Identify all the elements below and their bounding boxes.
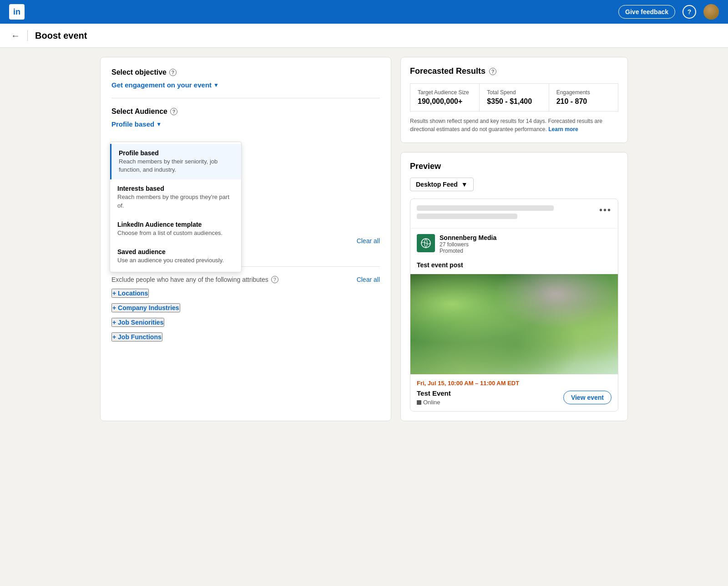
preview-title: Preview xyxy=(410,162,618,171)
dropdown-item-saved-desc: Use an audience you created previously. xyxy=(117,256,234,265)
event-footer-row: Test Event Online View event xyxy=(417,389,612,406)
left-panel: Select objective ? Get engagement on you… xyxy=(100,57,391,421)
dropdown-item-template[interactable]: LinkedIn Audience template Choose from a… xyxy=(110,215,241,243)
metric-spend-value: $350 - $1,400 xyxy=(487,97,541,106)
dropdown-item-template-title: LinkedIn Audience template xyxy=(117,221,234,228)
feed-caret-icon: ▼ xyxy=(461,181,468,188)
placeholder-line-1 xyxy=(417,205,554,211)
forecasted-results-card: Forecasted Results ? Target Audience Siz… xyxy=(400,57,628,143)
event-location: Online xyxy=(417,399,451,406)
placeholder-lines xyxy=(417,205,599,222)
section-divider-1 xyxy=(111,98,380,98)
help-icon[interactable]: ? xyxy=(682,5,696,19)
company-logo xyxy=(417,234,435,252)
avatar-image xyxy=(703,4,719,20)
page-title: Boost event xyxy=(35,31,87,41)
objective-label: Select objective ? xyxy=(111,68,380,76)
preview-card: Preview Desktop Feed ▼ ••• xyxy=(400,152,628,421)
post-footer: Fri, Jul 15, 10:00 AM – 11:00 AM EDT Tes… xyxy=(410,374,618,411)
event-info: Test Event Online xyxy=(417,389,451,406)
objective-dropdown[interactable]: Get engagement on your event ▼ xyxy=(111,81,219,89)
metric-engagements-value: 210 - 870 xyxy=(556,97,611,106)
placeholder-line-2 xyxy=(417,214,517,219)
main-content: Select objective ? Get engagement on you… xyxy=(91,48,637,430)
event-location-text: Online xyxy=(423,399,440,406)
company-logo-icon xyxy=(420,238,431,249)
audience-dropdown[interactable]: Profile based ▼ xyxy=(111,120,162,128)
exclude-section: Exclude people who have any of the follo… xyxy=(111,276,380,341)
dropdown-item-template-desc: Choose from a list of custom audiences. xyxy=(117,229,234,237)
event-title: Test Event xyxy=(417,389,451,397)
exclude-clear-all-button[interactable]: Clear all xyxy=(357,276,380,283)
right-panel: Forecasted Results ? Target Audience Siz… xyxy=(391,57,628,421)
online-dot-icon xyxy=(417,400,421,405)
forecasted-title-text: Forecasted Results xyxy=(410,66,485,76)
add-job-seniorities-button[interactable]: + Job Seniorities xyxy=(111,318,164,327)
event-date: Fri, Jul 15, 10:00 AM – 11:00 AM EDT xyxy=(417,380,612,387)
feed-dropdown-label: Desktop Feed xyxy=(416,181,458,188)
dropdown-item-saved-title: Saved audience xyxy=(117,248,234,255)
exclude-attributes-label: Exclude people who have any of the follo… xyxy=(111,276,278,283)
metrics-row: Target Audience Size 190,000,000+ Total … xyxy=(410,83,618,112)
page-header: ← Boost event xyxy=(0,24,728,48)
add-locations-button[interactable]: + Locations xyxy=(111,289,149,298)
metric-spend-label: Total Spend xyxy=(487,89,541,96)
audience-info-icon[interactable]: ? xyxy=(170,108,177,115)
metric-target-audience: Target Audience Size 190,000,000+ xyxy=(410,84,480,112)
forecasted-title: Forecasted Results ? xyxy=(410,66,618,76)
company-info: Sonnenberg Media 27 followers Promoted xyxy=(440,234,496,254)
dropdown-item-profile-desc: Reach members by their seniority, job fu… xyxy=(119,158,234,174)
view-event-button[interactable]: View event xyxy=(563,391,612,404)
audience-dropdown-menu: Profile based Reach members by their sen… xyxy=(110,142,242,272)
post-options-icon[interactable]: ••• xyxy=(599,205,612,214)
linkedin-logo: in xyxy=(9,4,25,20)
add-job-functions-button[interactable]: + Job Functions xyxy=(111,332,162,341)
metric-engagements: Engagements 210 - 870 xyxy=(549,84,618,112)
topnav-right: Give feedback ? xyxy=(618,4,719,20)
post-text: Test event post xyxy=(410,260,618,274)
exclude-label-text: Exclude people who have any of the follo… xyxy=(111,276,268,283)
exclude-attributes-header: Exclude people who have any of the follo… xyxy=(111,276,380,283)
post-header-placeholder: ••• xyxy=(410,199,618,229)
add-company-industries-button[interactable]: + Company Industries xyxy=(111,303,180,312)
post-image-inner xyxy=(410,274,618,374)
give-feedback-button[interactable]: Give feedback xyxy=(618,5,675,19)
objective-label-text: Select objective xyxy=(111,68,167,76)
post-image xyxy=(410,274,618,374)
metric-target-value: 190,000,000+ xyxy=(418,97,472,106)
feed-dropdown[interactable]: Desktop Feed ▼ xyxy=(410,178,474,191)
audience-section: Select Audience ? Profile based ▼ xyxy=(111,107,380,128)
topnav-left: in xyxy=(9,4,25,20)
forecasted-info-icon[interactable]: ? xyxy=(489,68,496,75)
forecasted-note: Results shown reflect spend and key resu… xyxy=(410,117,618,133)
dropdown-item-interests-title: Interests based xyxy=(117,185,234,192)
dropdown-item-profile-title: Profile based xyxy=(119,149,234,157)
dropdown-item-interests[interactable]: Interests based Reach members by the gro… xyxy=(110,179,241,215)
dropdown-item-saved[interactable]: Saved audience Use an audience you creat… xyxy=(110,243,241,270)
audience-label-text: Select Audience xyxy=(111,107,167,116)
include-clear-all-button[interactable]: Clear all xyxy=(357,237,380,245)
objective-caret-icon: ▼ xyxy=(213,82,219,88)
avatar[interactable] xyxy=(703,4,719,20)
followers-count: 27 followers xyxy=(440,241,496,248)
metric-total-spend: Total Spend $350 - $1,400 xyxy=(480,84,549,112)
top-navigation: in Give feedback ? xyxy=(0,0,728,24)
company-name: Sonnenberg Media xyxy=(440,234,496,241)
objective-section: Select objective ? Get engagement on you… xyxy=(111,68,380,89)
promoted-badge: Promoted xyxy=(440,248,496,254)
exclude-attributes-info-icon[interactable]: ? xyxy=(271,276,278,283)
back-button[interactable]: ← xyxy=(11,31,20,41)
dropdown-item-interests-desc: Reach members by the groups they're part… xyxy=(117,193,234,209)
dropdown-item-profile[interactable]: Profile based Reach members by their sen… xyxy=(110,144,241,179)
audience-caret-icon: ▼ xyxy=(156,121,162,127)
metric-engagements-label: Engagements xyxy=(556,89,611,96)
header-divider xyxy=(27,30,28,41)
post-preview: ••• Sonnenberg Media 27 followers xyxy=(410,199,618,412)
metric-target-label: Target Audience Size xyxy=(418,89,472,96)
post-author-section: Sonnenberg Media 27 followers Promoted xyxy=(410,229,618,260)
audience-label: Select Audience ? xyxy=(111,107,380,116)
audience-selected: Profile based xyxy=(111,120,154,128)
objective-selected: Get engagement on your event xyxy=(111,81,212,89)
learn-more-link[interactable]: Learn more xyxy=(548,126,578,132)
objective-info-icon[interactable]: ? xyxy=(169,69,177,76)
